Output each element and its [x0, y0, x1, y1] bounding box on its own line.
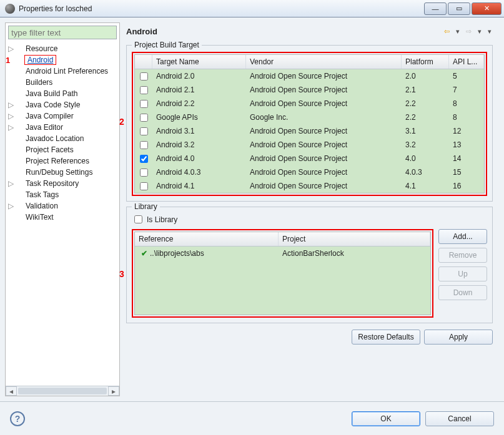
target-header-platform[interactable]: Platform — [402, 55, 449, 69]
target-platform: 3.1 — [402, 124, 449, 138]
target-row[interactable]: Android 2.1Android Open Source Project2.… — [135, 83, 484, 97]
dialog-footer: ? OK Cancel — [0, 401, 504, 435]
target-checkbox[interactable] — [140, 114, 148, 122]
target-row[interactable]: Android 4.0Android Open Source Project4.… — [135, 152, 484, 165]
target-vendor: Android Open Source Project — [246, 179, 402, 193]
library-group: Library Is Library 3 Reference Project ✔… — [126, 207, 493, 323]
nav-forward-dropdown-icon[interactable]: ▾ — [477, 27, 483, 36]
sidebar-item[interactable]: ▷Resource — [6, 43, 119, 54]
disclosure-triangle-icon[interactable]: ▷ — [8, 123, 16, 132]
lib-ok-icon: ✔ — [139, 249, 150, 258]
filter-input[interactable] — [8, 26, 117, 39]
target-platform: 2.1 — [402, 83, 449, 97]
target-header-vendor[interactable]: Vendor — [246, 55, 402, 69]
target-checkbox[interactable] — [140, 155, 148, 163]
library-add-button[interactable]: Add... — [438, 229, 487, 244]
sidebar-item[interactable]: Project Facets — [6, 144, 119, 155]
target-row[interactable]: Google APIsGoogle Inc.2.28 — [135, 110, 484, 124]
sidebar-item-label: Android Lint Preferences — [24, 67, 109, 76]
sidebar-item[interactable]: Javadoc Location — [6, 133, 119, 144]
target-row[interactable]: Android 2.2Android Open Source Project2.… — [135, 97, 484, 110]
target-api: 14 — [449, 152, 484, 165]
target-name: Android 2.2 — [152, 97, 246, 110]
target-row[interactable]: Android 2.0Android Open Source Project2.… — [135, 69, 484, 83]
annotation-box-3: 3 Reference Project ✔..\libprojects\absA… — [132, 229, 433, 318]
sidebar-item[interactable]: 1Android — [6, 54, 119, 66]
annotation-number-3: 3 — [119, 269, 124, 279]
sidebar-item[interactable]: Task Tags — [6, 189, 119, 200]
build-target-legend: Project Build Target — [132, 41, 202, 49]
sidebar-item[interactable]: Android Lint Preferences — [6, 66, 119, 77]
target-checkbox[interactable] — [140, 182, 148, 190]
scroll-thumb[interactable] — [18, 388, 107, 394]
is-library-checkbox[interactable]: Is Library — [132, 213, 487, 225]
nav-back-icon[interactable]: ⇦ — [443, 27, 451, 36]
sidebar-item-label: Project References — [24, 157, 91, 165]
sidebar-item[interactable]: ▷Java Compiler — [6, 110, 119, 122]
sidebar-item[interactable]: ▷Java Editor — [6, 122, 119, 133]
scroll-right-icon[interactable]: ▸ — [108, 386, 119, 396]
target-api: 5 — [449, 69, 484, 83]
sidebar-scrollbar[interactable]: ◂ ▸ — [6, 386, 119, 396]
help-icon[interactable]: ? — [10, 411, 25, 426]
disclosure-triangle-icon[interactable]: ▷ — [8, 100, 16, 109]
sidebar-item[interactable]: ▷Java Code Style — [6, 99, 119, 110]
window-maximize-button[interactable]: ▭ — [448, 2, 470, 15]
sidebar-item-label: Java Build Path — [24, 89, 79, 98]
target-row[interactable]: Android 4.1Android Open Source Project4.… — [135, 179, 484, 193]
disclosure-triangle-icon[interactable]: ▷ — [8, 179, 16, 188]
disclosure-triangle-icon[interactable]: ▷ — [8, 202, 16, 210]
annotation-box-2: 2 Target Name Vendor Platform API L... A… — [132, 52, 487, 196]
nav-menu-dropdown-icon[interactable]: ▾ — [487, 27, 493, 36]
target-checkbox[interactable] — [140, 100, 148, 108]
target-row[interactable]: Android 3.2Android Open Source Project3.… — [135, 138, 484, 152]
target-vendor: Android Open Source Project — [246, 165, 402, 179]
target-api: 13 — [449, 138, 484, 152]
target-row[interactable]: Android 3.1Android Open Source Project3.… — [135, 124, 484, 138]
library-row[interactable]: ✔..\libprojects\absActionBarSherlock — [135, 247, 430, 260]
target-checkbox[interactable] — [140, 72, 148, 81]
sidebar-item[interactable]: Project References — [6, 155, 119, 167]
apply-button[interactable]: Apply — [424, 330, 493, 345]
library-reference: ..\libprojects\abs — [150, 249, 204, 258]
target-checkbox[interactable] — [140, 169, 148, 177]
target-name: Android 2.1 — [152, 83, 246, 97]
sidebar-item[interactable]: ▷Task Repository — [6, 178, 119, 189]
cancel-button[interactable]: Cancel — [425, 411, 494, 426]
sidebar-item-label: Run/Debug Settings — [24, 168, 94, 177]
nav-back-dropdown-icon[interactable]: ▾ — [455, 27, 461, 36]
target-row[interactable]: Android 4.0.3Android Open Source Project… — [135, 165, 484, 179]
target-header-name[interactable]: Target Name — [152, 55, 246, 69]
lib-header-reference[interactable]: Reference — [135, 232, 279, 246]
target-vendor: Android Open Source Project — [246, 138, 402, 152]
target-name: Android 4.1 — [152, 179, 246, 193]
is-library-input[interactable] — [134, 215, 142, 223]
disclosure-triangle-icon[interactable]: ▷ — [8, 112, 16, 120]
sidebar-item[interactable]: Run/Debug Settings — [6, 167, 119, 178]
target-checkbox[interactable] — [140, 86, 148, 94]
library-table[interactable]: Reference Project ✔..\libprojects\absAct… — [134, 232, 431, 315]
sidebar-item[interactable]: ▷Validation — [6, 200, 119, 212]
restore-defaults-button[interactable]: Restore Defaults — [352, 330, 420, 345]
library-up-button: Up — [438, 266, 487, 281]
build-target-table[interactable]: Target Name Vendor Platform API L... And… — [134, 54, 485, 193]
target-api: 8 — [449, 110, 484, 124]
sidebar-item[interactable]: Java Build Path — [6, 88, 119, 99]
disclosure-triangle-icon[interactable]: ▷ — [8, 44, 16, 53]
sidebar-item-label: Android — [24, 55, 56, 65]
sidebar-item[interactable]: Builders — [6, 77, 119, 88]
ok-button[interactable]: OK — [352, 411, 420, 426]
sidebar-item[interactable]: WikiText — [6, 212, 119, 223]
scroll-left-icon[interactable]: ◂ — [6, 386, 17, 396]
window-close-button[interactable]: ✕ — [472, 2, 502, 15]
target-checkbox[interactable] — [140, 141, 148, 149]
library-down-button: Down — [438, 285, 487, 300]
target-platform: 4.0 — [402, 152, 449, 165]
properties-tree[interactable]: ▷Resource1AndroidAndroid Lint Preference… — [6, 42, 119, 386]
sidebar-item-label: Task Tags — [24, 190, 60, 199]
target-checkbox[interactable] — [140, 127, 148, 135]
window-minimize-button[interactable]: — — [424, 2, 447, 15]
lib-header-project[interactable]: Project — [279, 232, 430, 246]
target-header-api[interactable]: API L... — [449, 55, 484, 69]
target-platform: 4.1 — [402, 179, 449, 193]
